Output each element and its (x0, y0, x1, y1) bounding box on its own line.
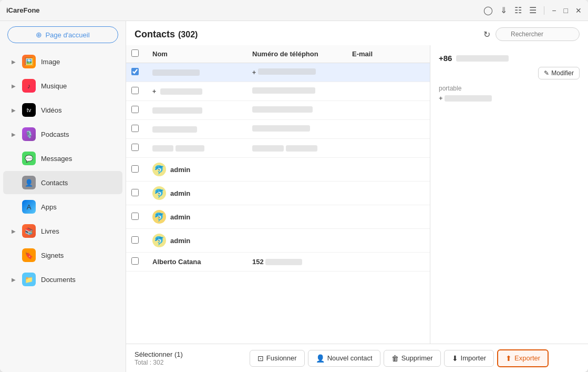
nouvel-contact-icon: 👤 (316, 354, 325, 363)
blurred-phone (252, 106, 313, 113)
row-phone-cell (252, 87, 347, 95)
podcast-icon: 🎙️ (22, 127, 36, 141)
sidebar-item-videos[interactable]: ▶ tv Vidéos (3, 98, 122, 122)
sidebar-item-messages[interactable]: ▶ 💬 Messages (3, 147, 122, 170)
sidebar-label-contacts: Contacts (41, 179, 68, 187)
minimize-button[interactable]: − (552, 6, 556, 15)
footer-actions: ⊡ Fusionner 👤 Nouvel contact 🗑 Supprimer… (219, 349, 580, 367)
blurred-name (152, 107, 202, 114)
user-icon[interactable]: ◯ (483, 5, 493, 15)
row-checkbox[interactable] (131, 257, 139, 265)
row-name-cell: 🐬 admin (152, 163, 247, 176)
row-checkbox[interactable] (131, 213, 139, 220)
table-row[interactable]: + (126, 63, 430, 82)
table-header: Nom Numéro de téléphon E-mail (126, 45, 430, 63)
row-checkbox[interactable] (131, 189, 139, 196)
table-row[interactable]: 🐬 admin (126, 229, 430, 253)
sidebar-item-contacts[interactable]: ▶ 👤 Contacts (3, 171, 122, 194)
row-checkbox[interactable] (131, 236, 139, 244)
arrow-icon: ▶ (12, 277, 16, 283)
table-row[interactable] (126, 120, 430, 139)
refresh-button[interactable]: ↻ (483, 29, 490, 39)
sidebar-item-podcasts[interactable]: ▶ 🎙️ Podcasts (3, 123, 122, 146)
maximize-button[interactable]: □ (564, 6, 568, 15)
row-checkbox-wrap (131, 87, 147, 96)
edit-icon: ✎ (544, 69, 549, 77)
blurred-name (152, 126, 197, 133)
supprimer-button[interactable]: 🗑 Supprimer (384, 350, 441, 367)
separator (544, 6, 544, 15)
row-name-cell (152, 126, 247, 133)
download-icon[interactable]: ⇓ (500, 5, 507, 15)
blurred-phone (258, 68, 316, 75)
edit-button[interactable]: ✎ Modifier (538, 67, 580, 79)
music-icon: ♪ (22, 79, 36, 93)
arrow-icon: ▶ (12, 132, 16, 137)
footer-selected: Sélectionner (1) (135, 350, 219, 358)
blurred-sub-phone (445, 95, 492, 102)
table-row[interactable]: 🐬 admin (126, 205, 430, 229)
arrow-icon: ▶ (12, 228, 16, 234)
app-window: iCareFone ◯ ⇓ ☷ ☰ − □ ✕ ⊕ Page d'accueil… (0, 0, 588, 372)
supprimer-label: Supprimer (401, 354, 433, 362)
apps-icon: A (22, 200, 36, 214)
sidebar-item-documents[interactable]: ▶ 📁 Documents (3, 268, 122, 291)
table-row[interactable]: 🐬 admin (126, 158, 430, 182)
row-checkbox[interactable] (131, 165, 139, 173)
arrow-icon: ▶ (12, 107, 16, 113)
exporter-button[interactable]: ⬆ Exporter (497, 349, 549, 367)
fusionner-icon: ⊡ (257, 354, 264, 363)
sidebar-item-livres[interactable]: ▶ 📚 Livres (3, 219, 122, 243)
avatar: 🐬 (152, 234, 166, 247)
exporter-icon: ⬆ (506, 354, 512, 363)
row-name-cell: + (152, 88, 247, 95)
app-title: iCareFone (6, 6, 40, 14)
table-row[interactable]: + (126, 82, 430, 101)
row-checkbox[interactable] (131, 68, 139, 75)
sidebar-item-signets[interactable]: ▶ 🔖 Signets (3, 244, 122, 267)
row-checkbox[interactable] (131, 125, 139, 132)
table-row[interactable] (126, 139, 430, 158)
col-header-email: E-mail (352, 50, 425, 58)
select-all-checkbox[interactable] (131, 49, 139, 57)
page-title-text: Contacts (135, 29, 175, 40)
table-row[interactable]: 🐬 admin (126, 182, 430, 205)
row-checkbox[interactable] (131, 106, 139, 113)
row-phone-cell (252, 145, 347, 152)
blurred-phone (265, 259, 302, 265)
blurred-name (160, 88, 202, 95)
nouvel-contact-button[interactable]: 👤 Nouvel contact (308, 350, 380, 367)
arrow-icon: ▶ (12, 83, 16, 89)
sidebar-item-musique[interactable]: ▶ ♪ Musique (3, 74, 122, 97)
sidebar-item-image[interactable]: ▶ 🖼️ Image (3, 50, 122, 73)
table-row[interactable] (126, 101, 430, 120)
sidebar-label-signets: Signets (41, 252, 64, 259)
header-actions: ↻ 🔍 (483, 27, 580, 41)
row-name-cell (152, 69, 247, 76)
select-all-check[interactable] (131, 49, 147, 58)
messages-icon: 💬 (22, 152, 36, 165)
row-checkbox[interactable] (131, 144, 139, 151)
home-button[interactable]: ⊕ Page d'accueil (7, 26, 118, 43)
sub-phone-prefix: + (439, 94, 443, 102)
importer-button[interactable]: ⬇ Importer (444, 350, 494, 367)
table-body: + + (126, 63, 430, 344)
sidebar-item-apps[interactable]: ▶ A Apps (3, 195, 122, 218)
content-area: Contacts (302) ↻ 🔍 (126, 21, 588, 372)
row-checkbox-wrap (131, 213, 147, 222)
sidebar-label-livres: Livres (41, 227, 59, 235)
footer-total: Total : 302 (135, 359, 219, 366)
documents-icon: 📁 (22, 273, 36, 286)
menu-icon[interactable]: ☰ (529, 5, 537, 15)
close-button[interactable]: ✕ (575, 6, 582, 15)
row-name-cell: Alberto Catana (152, 258, 247, 266)
search-input[interactable] (496, 27, 580, 41)
sidebar: ⊕ Page d'accueil ▶ 🖼️ Image ▶ ♪ Musique … (0, 21, 126, 372)
table-row[interactable]: Alberto Catana 152 (126, 253, 430, 272)
grid-icon[interactable]: ☷ (514, 5, 522, 15)
row-name-cell: 🐬 admin (152, 210, 247, 224)
blurred-detail-phone (456, 55, 509, 62)
row-checkbox[interactable] (131, 87, 139, 94)
fusionner-button[interactable]: ⊡ Fusionner (250, 350, 305, 367)
edit-label: Modifier (551, 69, 574, 77)
